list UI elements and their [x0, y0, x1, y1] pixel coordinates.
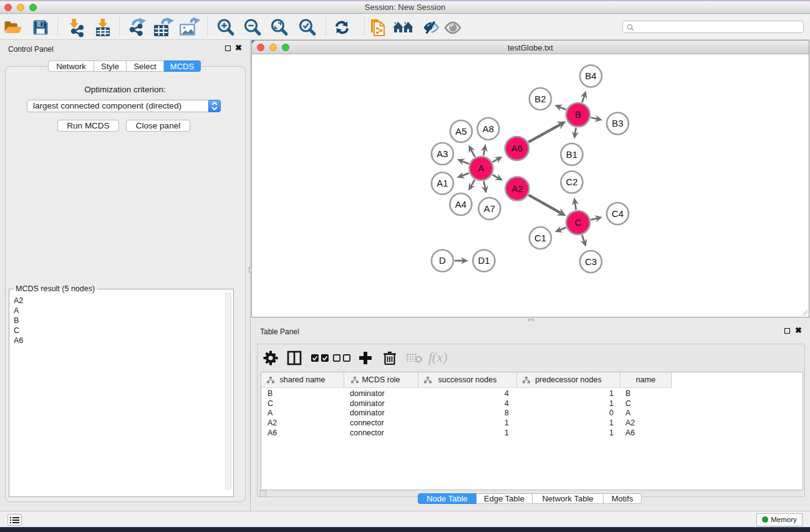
svg-text:C1: C1	[534, 233, 546, 243]
svg-text:B2: B2	[534, 94, 546, 104]
svg-text:A2: A2	[511, 183, 523, 194]
svg-text:C4: C4	[612, 208, 624, 219]
svg-text:A7: A7	[484, 203, 495, 214]
svg-text:B4: B4	[585, 70, 596, 81]
svg-text:B3: B3	[612, 118, 623, 128]
svg-text:A8: A8	[483, 123, 494, 134]
svg-text:D1: D1	[478, 255, 489, 266]
svg-text:B: B	[575, 109, 581, 120]
svg-text:A4: A4	[455, 199, 466, 210]
svg-text:A3: A3	[436, 148, 448, 159]
svg-text:C2: C2	[566, 177, 577, 187]
svg-text:C: C	[575, 217, 582, 228]
svg-text:A1: A1	[436, 178, 448, 188]
svg-text:C3: C3	[585, 256, 597, 267]
svg-text:A: A	[478, 163, 485, 173]
svg-text:B1: B1	[566, 149, 577, 160]
svg-text:D: D	[439, 255, 446, 266]
svg-text:A5: A5	[455, 126, 466, 137]
svg-text:A6: A6	[511, 143, 523, 153]
